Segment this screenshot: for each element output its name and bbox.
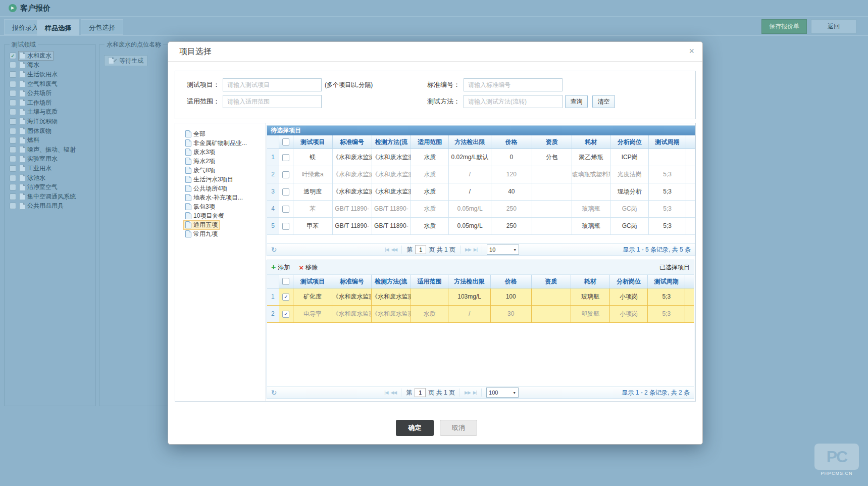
row-checkbox[interactable] [282, 188, 289, 196]
first-page-icon[interactable]: |◀ [384, 390, 388, 395]
sidebar-item[interactable]: 燃料 [10, 135, 95, 145]
sidebar-item[interactable]: 公共用品用具 [10, 202, 95, 211]
page-size-select[interactable]: 10 ▼ [487, 245, 519, 255]
select-all-checkbox[interactable] [282, 278, 289, 285]
select-all-checkbox[interactable] [282, 138, 289, 145]
checkbox[interactable] [10, 62, 16, 68]
add-button[interactable]: + 添加 [271, 263, 290, 272]
row-checkbox[interactable] [282, 171, 289, 178]
last-page-icon[interactable]: ▶| [473, 390, 477, 395]
tree-item[interactable]: 海水2项 [183, 157, 266, 166]
checkbox[interactable] [10, 193, 16, 200]
checkbox[interactable]: ✓ [10, 53, 16, 59]
cancel-button[interactable]: 取消 [440, 420, 477, 436]
standard-no-input[interactable] [464, 78, 563, 91]
tree-node[interactable]: 地表水-补充项目... [183, 193, 245, 203]
checkbox[interactable] [10, 118, 16, 125]
refresh-icon[interactable]: ↻ [267, 244, 281, 256]
column-header[interactable]: 方法检出限 [448, 275, 491, 288]
method-input[interactable] [464, 95, 563, 108]
checkbox[interactable] [10, 165, 16, 172]
checkbox[interactable] [10, 90, 16, 96]
sidebar-item[interactable]: 工业用水 [10, 164, 95, 173]
sidebar-item[interactable]: 公共场所 [10, 88, 95, 98]
checkbox[interactable] [10, 100, 16, 106]
row-checkbox[interactable] [282, 206, 289, 213]
tree-item[interactable]: 非金属矿物制品业... [183, 138, 266, 148]
page-number-input[interactable] [415, 245, 426, 254]
checkbox[interactable] [10, 137, 16, 143]
checkbox[interactable] [10, 109, 16, 115]
tab-sample-select[interactable]: 样品选择 [37, 19, 79, 36]
tree-node[interactable]: 常用九项 [183, 229, 220, 239]
tree-node[interactable]: 海水2项 [183, 157, 217, 166]
tree-item[interactable]: 地表水-补充项目... [183, 193, 266, 202]
refresh-icon[interactable]: ↻ [267, 386, 281, 399]
tree-item[interactable]: 废气8项 [183, 166, 266, 175]
tree-node[interactable]: 全部 [183, 129, 208, 139]
row-checkbox[interactable] [282, 154, 289, 161]
test-item-input[interactable] [223, 78, 322, 91]
clear-button[interactable]: 清空 [592, 95, 615, 108]
tree-node[interactable]: 生活污水3项目 [183, 175, 235, 184]
next-page-icon[interactable]: ▶▶ [465, 390, 471, 395]
tree-node[interactable]: 非金属矿物制品业... [183, 138, 249, 148]
remove-button[interactable]: × 移除 [299, 263, 318, 272]
column-header[interactable]: 分析岗位 [610, 135, 649, 149]
column-header[interactable]: 测试周期 [649, 135, 686, 149]
sidebar-item[interactable]: 洁净室空气 [10, 182, 95, 192]
column-header[interactable]: 资质 [532, 135, 572, 149]
checkbox[interactable] [10, 156, 16, 162]
column-header[interactable]: 价格 [491, 275, 532, 288]
tab-subcontract-select[interactable]: 分包选择 [81, 19, 123, 35]
page-number-input[interactable] [415, 388, 426, 397]
row-checkbox[interactable]: ✓ [282, 294, 289, 301]
tree-node[interactable]: 通用五项 [183, 220, 220, 230]
sidebar-item[interactable]: 泳池水 [10, 173, 95, 183]
sidebar-item[interactable]: 固体废物 [10, 126, 95, 136]
column-header[interactable]: 标准编号 [333, 135, 372, 149]
tree-item[interactable]: 公共场所4项 [183, 184, 266, 193]
checkbox[interactable] [10, 175, 16, 181]
tree-node[interactable]: 10项目套餐 [183, 211, 226, 221]
column-header[interactable]: 标准编号 [332, 275, 372, 288]
table-row[interactable]: 2叶绿素a《水和废水监测《水和废水监测水质/120玻璃瓶或塑料瓶光度法岗5;3 [267, 166, 695, 183]
tree-node[interactable]: 氯包3项 [183, 202, 217, 212]
table-row[interactable]: 4苯GB/T 11890-GB/T 11890-水质0.05mg/L250玻璃瓶… [267, 201, 695, 218]
sidebar-item[interactable]: 集中空调通风系统 [10, 192, 95, 202]
row-checkbox[interactable] [282, 223, 289, 230]
checkbox[interactable] [10, 147, 16, 153]
sidebar-item[interactable]: 空气和废气 [10, 79, 95, 89]
column-header[interactable]: 分析岗位 [610, 275, 648, 288]
tree-node[interactable]: 废气8项 [183, 166, 217, 175]
column-header[interactable]: 检测方法(流 [372, 275, 411, 288]
row-checkbox[interactable]: ✓ [282, 311, 289, 318]
column-header[interactable]: 检测方法(流 [372, 135, 412, 149]
tree-item[interactable]: 生活污水3项目 [183, 175, 266, 184]
column-header[interactable]: 适用范围 [411, 275, 449, 288]
column-header[interactable]: 耗材 [572, 135, 611, 149]
scope-input[interactable] [223, 95, 322, 108]
checkbox[interactable] [10, 184, 16, 190]
sidebar-item[interactable]: 噪声、振动、辐射 [10, 145, 95, 155]
sidebar-item[interactable]: 工作场所 [10, 98, 95, 108]
tree-item[interactable]: 全部 [183, 129, 266, 138]
sidebar-item[interactable]: 生活饮用水 [10, 70, 95, 79]
column-header[interactable]: 方法检出限 [449, 135, 491, 149]
tree-item[interactable]: 通用五项 [183, 220, 266, 229]
table-row[interactable]: 2✓电导率《水和废水监测《水和废水监测水质/30塑胶瓶小项岗5;3 [267, 306, 694, 323]
column-header[interactable]: 资质 [532, 275, 572, 288]
tree-node[interactable]: 废水3项 [183, 148, 217, 157]
last-page-icon[interactable]: ▶| [474, 247, 477, 252]
tree-item[interactable]: 氯包3项 [183, 202, 266, 211]
table-row[interactable]: 1✓矿化度《水和废水监测《水和废水监测103mg/L100玻璃瓶小项岗5;3 [267, 288, 694, 306]
sidebar-item[interactable]: 土壤与底质 [10, 108, 95, 117]
tree-item[interactable]: 常用九项 [183, 229, 266, 238]
tree-node[interactable]: 公共场所4项 [183, 184, 229, 193]
prev-page-icon[interactable]: ◀◀ [391, 247, 397, 252]
column-header[interactable]: 测试项目 [293, 135, 333, 149]
checkbox[interactable] [10, 81, 16, 87]
waiting-generate-button[interactable]: 等待生成 [104, 55, 147, 66]
close-icon[interactable]: × [689, 46, 694, 57]
column-header[interactable]: 耗材 [571, 275, 610, 288]
